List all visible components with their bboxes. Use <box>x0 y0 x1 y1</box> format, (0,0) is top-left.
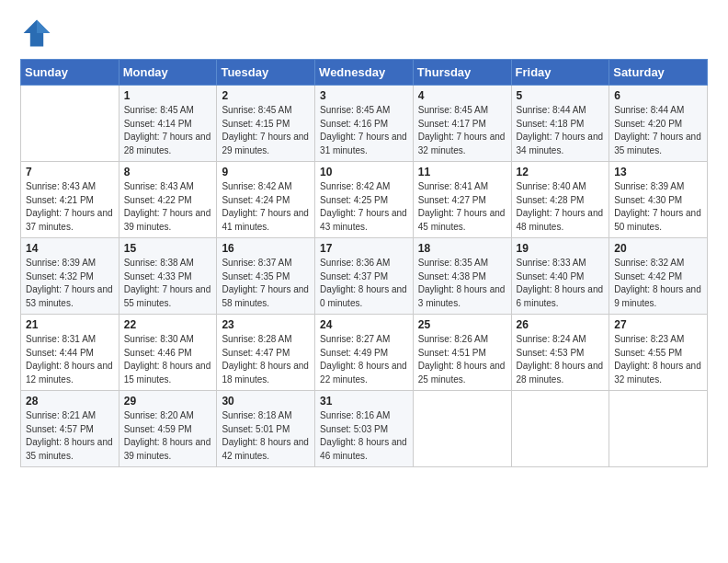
calendar-cell <box>609 391 708 467</box>
day-number: 27 <box>614 318 702 331</box>
calendar-cell: 18Sunrise: 8:35 AMSunset: 4:38 PMDayligh… <box>413 238 511 315</box>
week-row-5: 28Sunrise: 8:21 AMSunset: 4:57 PMDayligh… <box>21 391 708 467</box>
calendar-cell: 25Sunrise: 8:26 AMSunset: 4:51 PMDayligh… <box>413 315 511 391</box>
calendar-cell: 3Sunrise: 8:45 AMSunset: 4:16 PMDaylight… <box>315 86 414 162</box>
calendar-cell: 1Sunrise: 8:45 AMSunset: 4:14 PMDaylight… <box>119 86 217 162</box>
day-info: Sunrise: 8:39 AMSunset: 4:30 PMDaylight:… <box>614 180 702 234</box>
day-number: 2 <box>222 89 310 102</box>
calendar-cell: 14Sunrise: 8:39 AMSunset: 4:32 PMDayligh… <box>21 238 119 315</box>
day-number: 1 <box>124 89 212 102</box>
day-number: 3 <box>320 89 408 102</box>
weekday-header-saturday: Saturday <box>609 60 708 86</box>
day-info: Sunrise: 8:18 AMSunset: 5:01 PMDaylight:… <box>222 409 310 463</box>
day-info: Sunrise: 8:23 AMSunset: 4:55 PMDaylight:… <box>614 333 702 386</box>
calendar-cell <box>21 86 119 162</box>
weekday-header-tuesday: Tuesday <box>217 60 315 86</box>
calendar-cell: 27Sunrise: 8:23 AMSunset: 4:55 PMDayligh… <box>609 315 708 391</box>
day-info: Sunrise: 8:26 AMSunset: 4:51 PMDaylight:… <box>418 333 506 386</box>
day-info: Sunrise: 8:39 AMSunset: 4:32 PMDaylight:… <box>26 257 114 310</box>
week-row-1: 1Sunrise: 8:45 AMSunset: 4:14 PMDaylight… <box>21 86 708 162</box>
day-info: Sunrise: 8:20 AMSunset: 4:59 PMDaylight:… <box>124 409 212 463</box>
day-number: 16 <box>222 242 310 255</box>
day-number: 13 <box>614 166 702 178</box>
calendar-cell: 11Sunrise: 8:41 AMSunset: 4:27 PMDayligh… <box>413 162 511 238</box>
weekday-header-row: SundayMondayTuesdayWednesdayThursdayFrid… <box>21 60 708 86</box>
day-info: Sunrise: 8:43 AMSunset: 4:21 PMDaylight:… <box>26 180 114 234</box>
day-number: 7 <box>26 166 114 178</box>
day-number: 9 <box>222 166 310 178</box>
day-info: Sunrise: 8:27 AMSunset: 4:49 PMDaylight:… <box>320 333 408 386</box>
day-number: 31 <box>320 395 408 408</box>
day-number: 5 <box>517 89 605 102</box>
day-number: 21 <box>26 318 114 331</box>
day-number: 17 <box>320 242 408 255</box>
calendar-cell: 19Sunrise: 8:33 AMSunset: 4:40 PMDayligh… <box>511 238 609 315</box>
calendar-cell: 13Sunrise: 8:39 AMSunset: 4:30 PMDayligh… <box>609 162 708 238</box>
calendar-cell: 9Sunrise: 8:42 AMSunset: 4:24 PMDaylight… <box>217 162 315 238</box>
day-number: 30 <box>222 395 310 408</box>
week-row-3: 14Sunrise: 8:39 AMSunset: 4:32 PMDayligh… <box>21 238 708 315</box>
day-info: Sunrise: 8:45 AMSunset: 4:14 PMDaylight:… <box>124 104 212 157</box>
day-info: Sunrise: 8:43 AMSunset: 4:22 PMDaylight:… <box>124 180 212 234</box>
page: SundayMondayTuesdayWednesdayThursdayFrid… <box>0 0 728 563</box>
day-info: Sunrise: 8:28 AMSunset: 4:47 PMDaylight:… <box>222 333 310 386</box>
calendar-cell: 8Sunrise: 8:43 AMSunset: 4:22 PMDaylight… <box>119 162 217 238</box>
day-number: 11 <box>418 166 506 178</box>
day-info: Sunrise: 8:41 AMSunset: 4:27 PMDaylight:… <box>418 180 506 234</box>
day-info: Sunrise: 8:24 AMSunset: 4:53 PMDaylight:… <box>517 333 605 386</box>
calendar-cell: 2Sunrise: 8:45 AMSunset: 4:15 PMDaylight… <box>217 86 315 162</box>
day-info: Sunrise: 8:16 AMSunset: 5:03 PMDaylight:… <box>320 409 408 463</box>
calendar-cell: 22Sunrise: 8:30 AMSunset: 4:46 PMDayligh… <box>119 315 217 391</box>
day-info: Sunrise: 8:38 AMSunset: 4:33 PMDaylight:… <box>124 257 212 310</box>
day-info: Sunrise: 8:45 AMSunset: 4:15 PMDaylight:… <box>222 104 310 157</box>
calendar-cell: 6Sunrise: 8:44 AMSunset: 4:20 PMDaylight… <box>609 86 708 162</box>
day-number: 28 <box>26 395 114 408</box>
calendar-cell: 15Sunrise: 8:38 AMSunset: 4:33 PMDayligh… <box>119 238 217 315</box>
calendar-cell: 26Sunrise: 8:24 AMSunset: 4:53 PMDayligh… <box>511 315 609 391</box>
week-row-4: 21Sunrise: 8:31 AMSunset: 4:44 PMDayligh… <box>21 315 708 391</box>
day-number: 15 <box>124 242 212 255</box>
day-info: Sunrise: 8:42 AMSunset: 4:25 PMDaylight:… <box>320 180 408 234</box>
day-info: Sunrise: 8:42 AMSunset: 4:24 PMDaylight:… <box>222 180 310 234</box>
day-number: 18 <box>418 242 506 255</box>
weekday-header-friday: Friday <box>511 60 609 86</box>
calendar-cell <box>413 391 511 467</box>
day-info: Sunrise: 8:30 AMSunset: 4:46 PMDaylight:… <box>124 333 212 386</box>
weekday-header-wednesday: Wednesday <box>315 60 414 86</box>
day-number: 24 <box>320 318 408 331</box>
calendar-cell: 30Sunrise: 8:18 AMSunset: 5:01 PMDayligh… <box>217 391 315 467</box>
svg-marker-1 <box>37 20 50 33</box>
calendar-cell: 16Sunrise: 8:37 AMSunset: 4:35 PMDayligh… <box>217 238 315 315</box>
logo-icon <box>20 17 53 50</box>
calendar-cell: 20Sunrise: 8:32 AMSunset: 4:42 PMDayligh… <box>609 238 708 315</box>
weekday-header-thursday: Thursday <box>413 60 511 86</box>
week-row-2: 7Sunrise: 8:43 AMSunset: 4:21 PMDaylight… <box>21 162 708 238</box>
calendar-cell: 23Sunrise: 8:28 AMSunset: 4:47 PMDayligh… <box>217 315 315 391</box>
weekday-header-sunday: Sunday <box>21 60 119 86</box>
day-info: Sunrise: 8:31 AMSunset: 4:44 PMDaylight:… <box>26 333 114 386</box>
header <box>20 17 708 50</box>
calendar-cell <box>511 391 609 467</box>
day-number: 14 <box>26 242 114 255</box>
logo <box>20 17 57 50</box>
day-info: Sunrise: 8:37 AMSunset: 4:35 PMDaylight:… <box>222 257 310 310</box>
day-info: Sunrise: 8:32 AMSunset: 4:42 PMDaylight:… <box>614 257 702 310</box>
calendar-cell: 21Sunrise: 8:31 AMSunset: 4:44 PMDayligh… <box>21 315 119 391</box>
calendar-cell: 4Sunrise: 8:45 AMSunset: 4:17 PMDaylight… <box>413 86 511 162</box>
day-info: Sunrise: 8:44 AMSunset: 4:18 PMDaylight:… <box>517 104 605 157</box>
day-info: Sunrise: 8:44 AMSunset: 4:20 PMDaylight:… <box>614 104 702 157</box>
calendar-cell: 17Sunrise: 8:36 AMSunset: 4:37 PMDayligh… <box>315 238 414 315</box>
day-info: Sunrise: 8:40 AMSunset: 4:28 PMDaylight:… <box>517 180 605 234</box>
day-info: Sunrise: 8:45 AMSunset: 4:17 PMDaylight:… <box>418 104 506 157</box>
day-number: 22 <box>124 318 212 331</box>
day-number: 19 <box>517 242 605 255</box>
calendar-cell: 24Sunrise: 8:27 AMSunset: 4:49 PMDayligh… <box>315 315 414 391</box>
day-number: 23 <box>222 318 310 331</box>
day-info: Sunrise: 8:36 AMSunset: 4:37 PMDaylight:… <box>320 257 408 310</box>
day-info: Sunrise: 8:21 AMSunset: 4:57 PMDaylight:… <box>26 409 114 463</box>
calendar-cell: 10Sunrise: 8:42 AMSunset: 4:25 PMDayligh… <box>315 162 414 238</box>
day-number: 25 <box>418 318 506 331</box>
calendar-cell: 5Sunrise: 8:44 AMSunset: 4:18 PMDaylight… <box>511 86 609 162</box>
day-number: 20 <box>614 242 702 255</box>
day-number: 6 <box>614 89 702 102</box>
